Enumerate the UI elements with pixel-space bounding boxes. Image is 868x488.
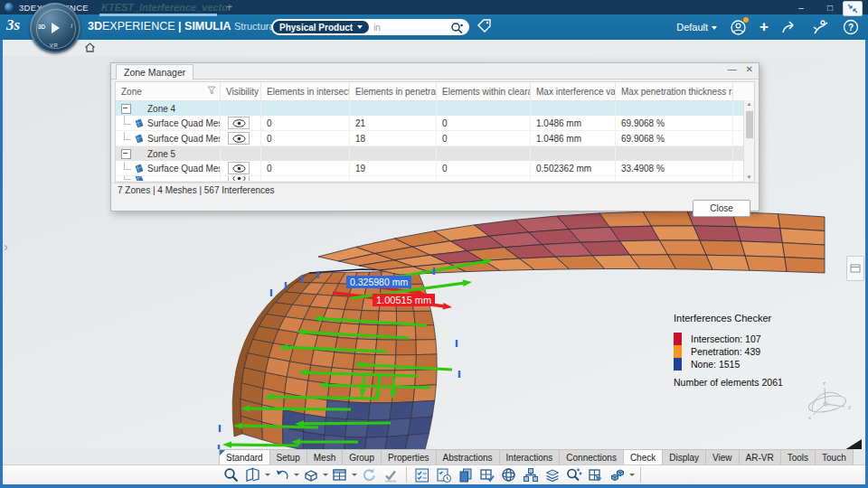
tab-setup[interactable]: Setup <box>270 449 307 465</box>
data-table-icon[interactable] <box>329 466 351 484</box>
share-icon[interactable] <box>781 20 799 34</box>
check-list-icon[interactable] <box>411 466 433 484</box>
solid-part-dropdown-caret[interactable] <box>322 466 329 484</box>
minimize-window-button[interactable]: – <box>788 0 814 14</box>
undo-icon[interactable] <box>271 466 293 484</box>
tab-abstractions[interactable]: Abstractions <box>437 449 500 465</box>
tab-view[interactable]: View <box>706 449 740 465</box>
maximize-window-button[interactable]: □ <box>817 0 843 14</box>
panel-close-icon[interactable]: ✕ <box>746 64 753 74</box>
column-header: Elements within clearance <box>437 82 531 100</box>
search-icon[interactable] <box>450 22 464 33</box>
undo-dropdown-caret[interactable] <box>293 466 300 484</box>
collaboration-people-icon[interactable] <box>812 19 830 35</box>
model-structure-icon[interactable] <box>520 466 542 484</box>
scheduled-checks-icon[interactable] <box>433 466 455 484</box>
application-window: 3DEXPERIENCE – □ ✕ 3s 3D V,R i 3DEXPERIE… <box>0 0 868 488</box>
grid-check-icon[interactable] <box>476 466 498 484</box>
document-tab-active-underline <box>99 14 217 16</box>
document-tab-bar <box>0 40 868 57</box>
profile-dropdown[interactable]: Default <box>676 22 717 33</box>
tab-group[interactable]: Group <box>343 449 382 465</box>
zone-table: ZoneVisibilityElements in intersectionEl… <box>116 82 754 182</box>
table-cell: 69.9068 % <box>616 116 733 130</box>
search-input[interactable]: in <box>369 23 450 33</box>
3ds-logo: 3s <box>6 16 20 34</box>
tab-connections[interactable]: Connections <box>560 449 624 465</box>
scrollbar-thumb[interactable] <box>746 111 753 138</box>
tab-ar-vr[interactable]: AR-VR <box>740 449 781 465</box>
mesh-row[interactable]: Surface Quad Mesh.202101.0486 mm69.9068 … <box>116 116 754 131</box>
measure-label-red[interactable]: 1.00515 mm <box>373 294 435 306</box>
new-tab-button[interactable]: + <box>226 1 232 14</box>
add-content-icon[interactable]: + <box>760 18 769 36</box>
data-table-dropdown-caret[interactable] <box>351 466 358 484</box>
3dexperience-compass[interactable]: 3D V,R i <box>30 3 80 53</box>
tab-mesh[interactable]: Mesh <box>307 449 343 465</box>
mesh-row[interactable]: Surface Quad Mesh.101801.0486 mm69.9068 … <box>116 131 754 146</box>
scroll-up-icon[interactable]: ▲ <box>744 100 754 108</box>
column-header: Max penetration thickness ratio <box>616 82 733 100</box>
table-cell <box>221 101 261 116</box>
table-cell <box>616 101 733 116</box>
validate-check-icon[interactable] <box>380 466 401 484</box>
zoom-area-icon[interactable] <box>221 466 242 484</box>
home-icon[interactable] <box>84 42 96 53</box>
global-search[interactable]: Physical Product in <box>271 19 469 35</box>
legend-footer: Number of elements 2061 <box>674 377 859 388</box>
mesh-row-clipped[interactable] <box>116 176 754 182</box>
tab-touch[interactable]: Touch <box>816 449 854 465</box>
document-tab[interactable]: KTEST_Interference_vector <box>101 2 231 13</box>
table-cell <box>531 176 616 181</box>
tree-expander[interactable] <box>121 149 131 159</box>
zone-manager-titlebar[interactable]: Zone Manager — ✕ <box>111 63 759 80</box>
mesh-row[interactable]: Surface Quad Mesh.201900.502362 mm33.490… <box>116 161 754 176</box>
close-button[interactable]: Close <box>693 200 750 217</box>
action-bar-toolbar <box>0 465 868 484</box>
catalog-browser-dropdown-caret[interactable] <box>264 466 271 484</box>
tag-icon[interactable] <box>476 18 493 35</box>
scroll-down-icon[interactable]: ▼ <box>744 174 754 182</box>
cubes-icon[interactable] <box>607 466 628 484</box>
visibility-eye-toggle[interactable] <box>228 132 250 145</box>
tab-interactions[interactable]: Interactions <box>500 449 561 465</box>
tab-standard[interactable]: Standard <box>219 449 270 465</box>
help-icon[interactable]: ? <box>843 19 859 35</box>
expand-panel-chevron[interactable]: › <box>4 239 8 254</box>
app-icon <box>5 3 14 12</box>
user-avatar-icon[interactable] <box>730 19 747 36</box>
measure-label-blue[interactable]: 0.325980 mm <box>346 276 411 288</box>
legend-item-label: Intersection: 107 <box>691 333 761 345</box>
zone-row[interactable]: Zone 4 <box>116 101 754 116</box>
tab-check[interactable]: Check <box>624 449 663 465</box>
solid-part-icon[interactable] <box>300 466 322 484</box>
mesh-sphere-icon[interactable] <box>498 466 520 484</box>
table-cell: 0 <box>437 131 531 145</box>
catalog-browser-icon[interactable] <box>242 466 264 484</box>
visibility-eye-toggle[interactable] <box>228 162 250 174</box>
visibility-eye-toggle[interactable] <box>228 117 250 129</box>
search-scope-dropdown[interactable]: Physical Product <box>273 21 369 33</box>
tab-tools[interactable]: Tools <box>781 449 816 465</box>
zone-row[interactable]: Zone 5 <box>116 146 754 161</box>
tab-display[interactable]: Display <box>663 449 706 465</box>
legend-title: Interferences Checker <box>674 313 859 324</box>
inspect-zones-icon[interactable] <box>563 466 585 484</box>
tab-properties[interactable]: Properties <box>382 449 437 465</box>
refresh-icon[interactable] <box>358 466 380 484</box>
filter-icon[interactable] <box>207 86 216 97</box>
collapse-fullscreen-button[interactable] <box>843 1 863 16</box>
side-panel-button[interactable] <box>846 256 864 281</box>
table-cell: 0 <box>437 161 531 175</box>
edit-mesh-icon[interactable] <box>585 466 607 484</box>
interferences-legend: Interferences Checker Intersection: 107P… <box>674 313 859 388</box>
duplicate-sheets-icon[interactable] <box>455 466 476 484</box>
tree-expander[interactable] <box>121 104 131 114</box>
cubes-dropdown-caret[interactable] <box>628 466 636 484</box>
layers-icon[interactable] <box>542 466 563 484</box>
zone-manager-panel: Zone Manager — ✕ ZoneVisibilityElements … <box>110 62 760 211</box>
panel-minimize-icon[interactable]: — <box>728 64 737 74</box>
column-header: Elements in intersection <box>261 82 350 100</box>
table-cell <box>531 146 616 161</box>
table-scrollbar[interactable]: ▲ ▼ <box>743 100 754 182</box>
